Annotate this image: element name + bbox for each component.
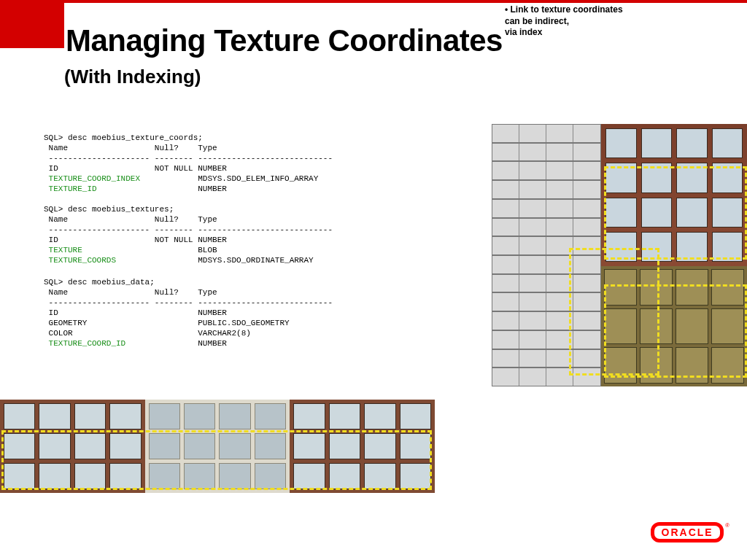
slide-title: Managing Texture Coordinates — [66, 23, 503, 58]
right-texture-image — [492, 124, 747, 386]
oracle-logo-text: ORACLE — [651, 522, 724, 542]
sql-block-1: SQL> desc moebius_texture_coords; Name N… — [44, 133, 333, 194]
sql-block-3: SQL> desc moebius_data; Name Null? Type … — [44, 277, 333, 349]
slide-subtitle: (With Indexing) — [64, 66, 201, 88]
bottom-panel-1 — [0, 400, 145, 493]
bottom-texture-image — [0, 400, 435, 493]
grey-building-column — [492, 124, 601, 386]
sql-block-2: SQL> desc moebius_textures; Name Null? T… — [44, 204, 333, 265]
annotation-line2: can be indirect, — [505, 16, 680, 27]
bottom-panel-2 — [145, 400, 290, 493]
oracle-logo: ORACLE ® — [651, 522, 729, 542]
slide: • Link to texture coordinates can be ind… — [0, 0, 747, 560]
red-corner-block — [0, 0, 64, 48]
brick-building-column — [601, 124, 747, 386]
annotation-text: • Link to texture coordinates can be ind… — [505, 4, 680, 38]
annotation-line1: • Link to texture coordinates — [505, 4, 680, 15]
bottom-panel-3 — [290, 400, 435, 493]
balcony-section — [601, 266, 747, 386]
registered-mark: ® — [725, 522, 729, 529]
red-top-bar — [64, 0, 747, 3]
brick-upper-section — [601, 124, 747, 266]
annotation-line3: via index — [505, 27, 680, 38]
